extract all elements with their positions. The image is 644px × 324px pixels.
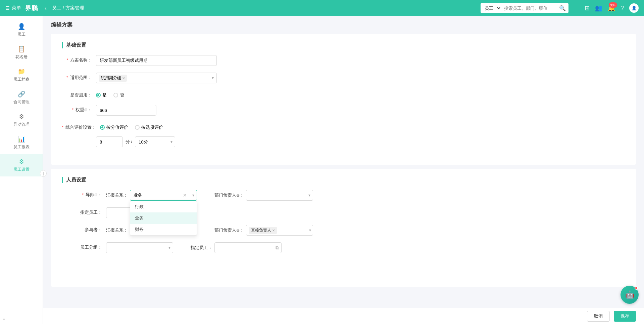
sidebar-label-settings: 员工设置 — [13, 167, 30, 172]
weight-label: * 权重⊙： — [62, 105, 92, 113]
grid-icon[interactable]: ⊞ — [585, 4, 590, 12]
dropdown-option-business[interactable]: 业务 — [130, 212, 197, 224]
dept-head-2-label: 部门负责人⊙： — [214, 227, 244, 233]
dept-head-2-tag-select[interactable]: 直接负责人 ✕ — [246, 225, 313, 236]
eval-score-radio-circle — [100, 125, 105, 130]
score-max-select-wrap: 10分 5分 20分 ▾ — [135, 136, 175, 147]
sidebar-item-report[interactable]: 📊 员工报表 — [0, 131, 43, 154]
employee-group-label: 员工分组： — [62, 242, 102, 250]
sidebar-item-roster[interactable]: 📋 花名册 — [0, 41, 43, 64]
sidebar-item-change[interactable]: ⚙ 异动管理 — [0, 109, 43, 131]
menu-button[interactable]: ☰ 菜单 — [5, 5, 21, 11]
employee-icon: 👤 — [18, 23, 25, 30]
app-logo: 界鹏 — [25, 4, 38, 12]
cancel-button[interactable]: 取消 — [587, 311, 610, 322]
avatar[interactable]: 👤 — [629, 3, 639, 13]
settings-icon: ⚙ — [19, 158, 24, 165]
mentor-report-label: 汇报关系： — [106, 192, 128, 198]
back-button[interactable]: ‹ — [45, 5, 47, 12]
eval-option-radio-circle — [135, 125, 140, 130]
dept-head-1-input[interactable] — [246, 190, 313, 201]
sidebar-label-profile: 员工档案 — [13, 77, 30, 82]
save-button[interactable]: 保存 — [614, 311, 636, 322]
eval-setting-row: * 综合评价设置： 按分值评价 按选项评价 — [62, 122, 625, 147]
dropdown-option-admin[interactable]: 行政 — [130, 201, 197, 212]
basic-settings-title: 基础设置 — [62, 42, 625, 48]
enabled-yes-radio[interactable]: 是 — [96, 92, 107, 98]
sidebar-collapse-button[interactable]: | — [40, 170, 47, 177]
score-value-input[interactable] — [96, 136, 123, 147]
eval-score-radio-dot — [101, 126, 103, 128]
chatbot-icon: 🤖 — [625, 290, 634, 299]
contacts-icon[interactable]: 👥 — [595, 4, 602, 12]
page-title: 编辑方案 — [51, 22, 636, 29]
mentor-dropdown-input[interactable] — [130, 190, 197, 201]
designated-employee-1-label: 指定员工： — [62, 207, 102, 215]
sidebar-label-roster: 花名册 — [15, 54, 28, 60]
weight-input[interactable] — [96, 105, 156, 116]
dropdown-option-finance[interactable]: 财务 — [130, 224, 197, 235]
eval-score-radio[interactable]: 按分值评价 — [100, 124, 128, 130]
employee-group-row: 员工分组： ▾ 指定员工： ⧉ — [62, 242, 625, 253]
enabled-yes-radio-dot — [97, 94, 99, 96]
score-unit-label: 分 / — [126, 139, 132, 145]
participant-report-label: 汇报关系： — [106, 227, 128, 233]
enabled-no-radio[interactable]: 否 — [113, 92, 124, 98]
score-max-select[interactable]: 10分 5分 20分 — [135, 136, 175, 147]
chatbot-badge — [635, 286, 638, 290]
top-icons: ⊞ 👥 🔔 99+ ? 👤 — [585, 3, 639, 13]
search-category-select[interactable]: 员工 — [481, 3, 501, 13]
enabled-label: 是否启用： — [62, 90, 92, 98]
search-area: 员工 🔍 — [481, 3, 575, 13]
bell-badge: 99+ — [609, 2, 617, 8]
mentor-clear-icon[interactable]: ✕ — [183, 193, 187, 198]
search-input[interactable] — [501, 3, 568, 13]
enabled-radio-group: 是 否 — [96, 90, 124, 98]
help-icon[interactable]: ? — [621, 5, 624, 12]
top-navigation: ☰ 菜单 界鹏 ‹ 员工 / 方案管理 员工 🔍 ⊞ 👥 🔔 99+ ? 👤 — [0, 0, 644, 16]
sidebar-label-contract: 合同管理 — [13, 99, 30, 105]
apply-scope-label: * 适用范围： — [62, 73, 92, 81]
scheme-name-input[interactable] — [96, 55, 217, 66]
profile-icon: 📁 — [18, 68, 25, 75]
designated-employee-2-input[interactable] — [214, 242, 282, 253]
sidebar-item-contract[interactable]: 🔗 合同管理 — [0, 86, 43, 109]
eval-option-radio[interactable]: 按选项评价 — [135, 124, 163, 130]
sidebar-item-profile[interactable]: 📁 员工档案 — [0, 64, 43, 86]
apply-scope-tag: 试用期分组 ✕ — [99, 75, 127, 82]
sidebar-label-employee: 员工 — [17, 32, 26, 37]
dept-head-2-tag-close[interactable]: ✕ — [272, 229, 275, 232]
main-content: 编辑方案 基础设置 * 方案名称： * 适用范围： 试用期 — [43, 16, 644, 324]
sidebar-item-employee[interactable]: 👤 员工 — [0, 19, 43, 41]
report-icon: 📊 — [18, 135, 25, 143]
enabled-no-radio-circle — [113, 93, 118, 97]
chatbot[interactable]: 🤖 — [621, 286, 639, 304]
eval-setting-label: * 综合评价设置： — [62, 122, 96, 130]
copy-icon[interactable]: ⧉ — [276, 245, 279, 251]
mentor-label: * 导师⊙： — [62, 190, 102, 198]
eval-type-radio-group: 按分值评价 按选项评价 — [100, 122, 163, 130]
mentor-chevron-icon[interactable]: ▾ — [192, 193, 194, 198]
bottom-hint: ≡ — [0, 317, 5, 321]
mentor-dropdown-popup: 行政 业务 财务 — [130, 201, 197, 236]
sidebar-item-settings[interactable]: ⚙ 员工设置 — [0, 154, 43, 176]
contract-icon: 🔗 — [18, 90, 25, 98]
enabled-row: 是否启用： 是 否 — [62, 90, 625, 98]
search-icon[interactable]: 🔍 — [559, 5, 566, 11]
breadcrumb: 员工 / 方案管理 — [52, 5, 84, 11]
sidebar-label-report: 员工报表 — [13, 144, 30, 150]
dept-head-2-tag: 直接负责人 ✕ — [249, 227, 277, 234]
employee-group-input[interactable] — [106, 242, 173, 253]
apply-scope-chevron: ▾ — [212, 76, 214, 80]
bell-icon[interactable]: 🔔 99+ — [608, 4, 615, 12]
enabled-yes-radio-circle — [96, 93, 101, 97]
apply-scope-tag-close[interactable]: ✕ — [122, 76, 125, 80]
apply-scope-select[interactable]: 试用期分组 ✕ ▾ — [96, 73, 217, 83]
footer-bar: 取消 保存 — [43, 308, 644, 324]
menu-label: 菜单 — [12, 5, 21, 11]
sidebar-label-change: 异动管理 — [13, 122, 30, 127]
change-icon: ⚙ — [19, 113, 24, 120]
designated-employee-2-label: 指定员工： — [191, 245, 212, 251]
basic-settings-card: 基础设置 * 方案名称： * 适用范围： 试用期分组 ✕ — [51, 34, 636, 165]
menu-icon: ☰ — [5, 5, 10, 11]
